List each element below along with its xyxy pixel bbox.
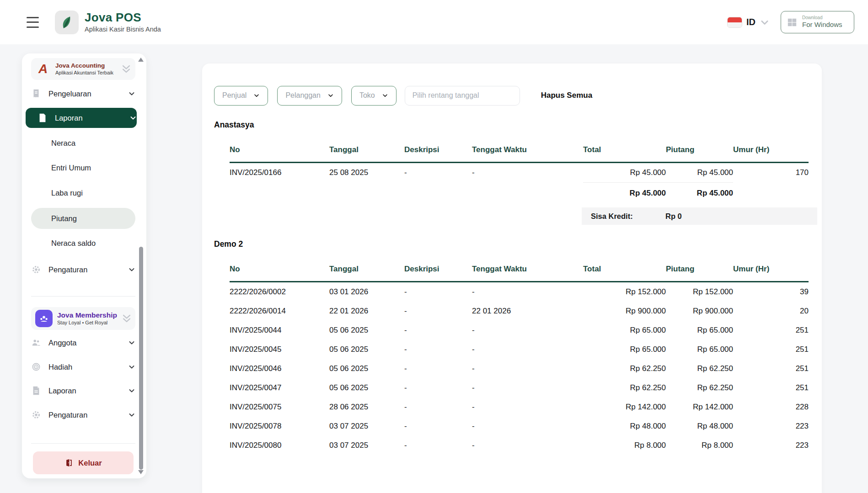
filter-bar: Penjual Pelanggan Toko Hapus Semua (214, 85, 809, 106)
gear-icon (31, 265, 41, 275)
jova-membership-header[interactable]: Jova Membership Stay Loyal • Get Royal (31, 307, 135, 330)
cell-tanggal: 05 06 2025 (329, 340, 404, 359)
cell-piutang: Rp 900.000 (666, 302, 733, 321)
column-header-piutang: Piutang (666, 265, 733, 282)
menu-button[interactable] (27, 17, 40, 28)
column-header-umur-hr: Umur (Hr) (733, 145, 809, 163)
sidebar-item-pengaturan[interactable]: Pengaturan (31, 260, 135, 279)
people-icon (31, 338, 41, 348)
cell-tenggat-waktu: - (472, 359, 583, 378)
cell-tanggal: 25 08 2025 (329, 163, 404, 183)
cell-deskripsi: - (404, 378, 472, 398)
sidebar-scrollbar[interactable] (137, 54, 145, 477)
app-logo (55, 11, 79, 34)
report-sections: Anastasya NoTanggalDeskripsiTenggat Wakt… (214, 120, 809, 455)
filter-dropdown-label: Toko (359, 91, 375, 100)
column-header-tenggat-waktu: Tenggat Waktu (472, 265, 583, 282)
cell-no: INV/2025/0047 (230, 378, 329, 398)
cell-umur-hr: 228 (733, 398, 809, 417)
scroll-down-arrow-icon[interactable] (138, 470, 144, 474)
language-selector[interactable]: ID (727, 17, 770, 28)
section-title: Anastasya (214, 120, 809, 130)
chevron-down-icon (382, 92, 388, 99)
cell-umur-hr: 20 (733, 302, 809, 321)
cell-tanggal: 05 06 2025 (329, 359, 404, 378)
date-range-input[interactable] (405, 86, 520, 106)
cell-tanggal: 28 06 2025 (329, 398, 404, 417)
brand: Jova POS Aplikasi Kasir Bisnis Anda (55, 11, 161, 34)
section-title: Demo 2 (214, 239, 809, 249)
cell-total: Rp 65.000 (583, 340, 666, 359)
cell-tenggat-waktu: - (472, 163, 583, 183)
table-row: INV/2025/016625 08 2025--Rp 45.000Rp 45.… (230, 163, 809, 183)
table-row: 2222/2026/000203 01 2026--Rp 152.000Rp 1… (230, 282, 809, 302)
sidebar-item-anggota[interactable]: Anggota (31, 334, 135, 352)
sidebar-subitem-laba-rugi[interactable]: Laba rugi (31, 185, 135, 201)
sidebar-subitem-neraca-saldo[interactable]: Neraca saldo (31, 235, 135, 251)
chevron-down-icon (128, 90, 135, 97)
cell-piutang: Rp 65.000 (666, 321, 733, 340)
cell-deskripsi: - (404, 302, 472, 321)
accounting-settings-nav: Pengaturan (31, 260, 135, 279)
sidebar-item-laporan[interactable]: Laporan (31, 382, 135, 400)
column-header-deskripsi: Deskripsi (404, 145, 472, 163)
download-windows-button[interactable]: Download For Windows (781, 11, 854, 33)
clear-all-filters[interactable]: Hapus Semua (541, 91, 592, 100)
accounting-title: Jova Accounting (55, 62, 113, 69)
download-label-small: Download (802, 15, 822, 21)
membership-nav: Anggota Hadiah Laporan Pengaturan (31, 334, 135, 424)
column-header-umur-hr: Umur (Hr) (733, 265, 809, 282)
cell-total: Rp 65.000 (583, 321, 666, 340)
sidebar-subitem-entri-umum[interactable]: Entri Umum (31, 159, 135, 176)
chevron-down-icon (129, 114, 137, 122)
sidebar-item-laporan[interactable]: Laporan (26, 108, 137, 128)
column-header-no: No (230, 145, 329, 163)
filter-dropdown-pelanggan[interactable]: Pelanggan (277, 86, 342, 106)
cell-tanggal: 22 01 2026 (329, 302, 404, 321)
subitem-label: Neraca (51, 139, 75, 148)
filter-dropdown-penjual[interactable]: Penjual (214, 86, 268, 106)
logout-label: Keluar (78, 459, 102, 467)
door-exit-icon (64, 458, 74, 467)
cell-total: Rp 8.000 (583, 436, 666, 455)
cell-no: 2222/2026/0002 (230, 282, 329, 302)
subitem-label: Laba rugi (51, 189, 83, 197)
sidebar-item-pengaturan[interactable]: Pengaturan (31, 406, 135, 424)
sidebar-subitem-neraca[interactable]: Neraca (31, 135, 135, 151)
cell-umur-hr: 251 (733, 321, 809, 340)
column-header-tenggat-waktu: Tenggat Waktu (472, 145, 583, 163)
sidebar-item-label: Laporan (55, 114, 83, 122)
language-code: ID (746, 17, 755, 27)
cell-tenggat-waktu: 22 01 2026 (472, 302, 583, 321)
column-header-tanggal: Tanggal (329, 265, 404, 282)
cell-no: INV/2025/0078 (230, 417, 329, 436)
cell-no: INV/2025/0046 (230, 359, 329, 378)
sidebar-item-hadiah[interactable]: Hadiah (31, 358, 135, 376)
cell-piutang: Rp 62.250 (666, 359, 733, 378)
cell-umur-hr: 223 (733, 436, 809, 455)
column-header-total: Total (583, 145, 666, 163)
sidebar-item-pengeluaran[interactable]: Pengeluaran (31, 85, 135, 103)
jova-accounting-logo-icon: A (35, 61, 51, 77)
subtotal-total: Rp 45.000 (583, 183, 666, 204)
jova-accounting-header[interactable]: A Jova Accounting Aplikasi Akuntansi Ter… (31, 58, 135, 80)
scrollbar-thumb[interactable] (139, 247, 143, 470)
cell-piutang: Rp 45.000 (666, 163, 733, 183)
sidebar-divider (31, 296, 135, 297)
scroll-up-arrow-icon[interactable] (138, 58, 144, 62)
sidebar-item-label: Laporan (48, 387, 76, 395)
document-icon (38, 113, 48, 123)
sidebar-subitem-piutang[interactable]: Piutang (31, 208, 135, 229)
cell-deskripsi: - (404, 398, 472, 417)
subitem-label: Piutang (51, 214, 77, 223)
column-header-no: No (230, 265, 329, 282)
table-header-row: NoTanggalDeskripsiTenggat WaktuTotalPiut… (230, 145, 809, 163)
filter-dropdowns: Penjual Pelanggan Toko (214, 86, 396, 106)
table-row: INV/2025/004705 06 2025--Rp 62.250Rp 62.… (230, 378, 809, 398)
logout-button[interactable]: Keluar (33, 451, 134, 474)
cell-piutang: Rp 152.000 (666, 282, 733, 302)
piutang-report-panel: Penjual Pelanggan Toko Hapus Semua Anast… (202, 64, 822, 493)
table-row: INV/2025/007803 07 2025--Rp 48.000Rp 48.… (230, 417, 809, 436)
sidebar-item-label: Anggota (48, 339, 76, 347)
filter-dropdown-toko[interactable]: Toko (351, 86, 396, 106)
